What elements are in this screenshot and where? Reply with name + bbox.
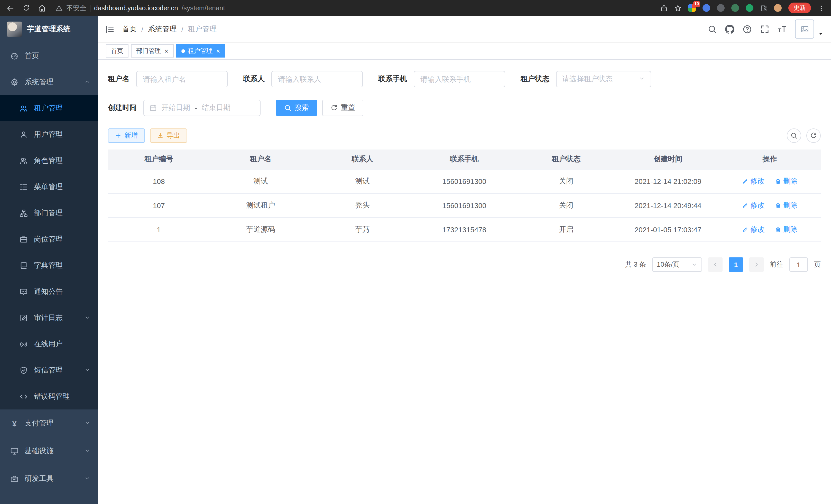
tenant-name-input[interactable] (136, 71, 228, 87)
delete-link[interactable]: 删除 (775, 177, 798, 186)
search-button[interactable]: 搜索 (276, 100, 317, 116)
filter-label: 联系手机 (378, 75, 407, 84)
edit-icon (742, 202, 748, 209)
sidebar-item-label: 支付管理 (25, 419, 53, 428)
toggle-search-button[interactable] (787, 128, 801, 143)
user-avatar[interactable] (795, 20, 814, 38)
chevron-down-icon (84, 366, 90, 374)
cell-created: 2021-12-14 20:49:44 (617, 194, 719, 217)
page-size-label: 10条/页 (657, 260, 679, 269)
back-icon[interactable] (6, 4, 15, 12)
extension-icon-docs[interactable] (746, 4, 753, 12)
briefcase-icon (19, 235, 28, 243)
reset-button-label: 重置 (341, 103, 355, 113)
sidebar-item-notice[interactable]: 通知公告 (0, 278, 98, 305)
close-icon[interactable]: × (165, 48, 168, 54)
edit-link[interactable]: 修改 (742, 225, 765, 234)
tenant-users-icon (19, 104, 28, 112)
breadcrumb-separator: / (181, 25, 183, 33)
status-select[interactable]: 请选择租户状态 (556, 71, 651, 87)
current-page-button[interactable]: 1 (729, 258, 743, 272)
tab-tenant[interactable]: 租户管理 × (176, 44, 225, 58)
select-placeholder: 请选择租户状态 (562, 75, 612, 84)
browser-right-controls: 10 更新 (660, 3, 825, 13)
breadcrumb-current: 租户管理 (188, 24, 217, 34)
cell-actions: 修改 删除 (719, 194, 821, 217)
goto-page-input[interactable] (790, 258, 808, 272)
add-button[interactable]: 新增 (108, 128, 145, 143)
breadcrumb-item[interactable]: 首页 (122, 24, 137, 34)
chevron-down-icon (84, 419, 90, 427)
share-icon[interactable] (660, 4, 667, 11)
sidebar-item-home[interactable]: 首页 (0, 42, 98, 69)
sidebar-item-label: 首页 (25, 51, 39, 60)
sidebar-item-label: 菜单管理 (34, 182, 63, 191)
search-icon (284, 104, 291, 112)
extensions-puzzle-icon[interactable] (760, 4, 767, 11)
sidebar-item-dept[interactable]: 部门管理 (0, 200, 98, 226)
sidebar-group-sms[interactable]: 短信管理 (0, 357, 98, 383)
extension-icon-colorful[interactable]: 10 (688, 4, 696, 12)
extension-icon-green[interactable] (731, 4, 739, 12)
extension-icon-blue[interactable] (703, 4, 710, 12)
sidebar-item-post[interactable]: 岗位管理 (0, 226, 98, 252)
date-range-picker[interactable]: 开始日期 - 结束日期 (143, 100, 261, 116)
sidebar-group-devtools[interactable]: 研发工具 (0, 465, 98, 493)
phone-input[interactable] (414, 71, 505, 87)
fullscreen-icon[interactable] (760, 24, 769, 34)
cell-status: 关闭 (515, 194, 617, 217)
contact-input[interactable] (271, 71, 363, 87)
sidebar-item-user[interactable]: 用户管理 (0, 121, 98, 147)
tab-label: 首页 (111, 47, 123, 55)
tab-dept[interactable]: 部门管理 × (131, 44, 173, 58)
reload-icon[interactable] (23, 4, 30, 11)
font-size-icon[interactable] (778, 24, 787, 34)
help-icon[interactable] (743, 24, 752, 34)
edit-link[interactable]: 修改 (742, 201, 765, 210)
sidebar-item-dict[interactable]: 字典管理 (0, 252, 98, 278)
sidebar-item-label: 通知公告 (34, 287, 63, 296)
sidebar-group-audit-log[interactable]: 审计日志 (0, 305, 98, 331)
github-icon[interactable] (725, 24, 735, 34)
bookmark-star-icon[interactable] (674, 4, 682, 11)
chevron-up-icon (84, 78, 90, 86)
reset-button[interactable]: 重置 (322, 100, 363, 116)
breadcrumb-item[interactable]: 系统管理 (148, 24, 177, 34)
sidebar-toggle-button[interactable] (105, 24, 115, 34)
sidebar-logo[interactable]: 芋道管理系统 (0, 16, 98, 42)
tab-home[interactable]: 首页 (106, 44, 128, 58)
filter-row-2: 创建时间 开始日期 - 结束日期 搜索 重置 (108, 100, 821, 116)
filter-label: 创建时间 (108, 103, 137, 113)
delete-link[interactable]: 删除 (775, 225, 798, 234)
sidebar-item-online-user[interactable]: 在线用户 (0, 331, 98, 357)
table-row: 1 芋道源码 芋艿 17321315478 开启 2021-01-05 17:0… (108, 217, 821, 242)
page-size-select[interactable]: 10条/页 (652, 258, 702, 272)
edit-link[interactable]: 修改 (742, 177, 765, 186)
extension-icon-globe[interactable] (717, 4, 725, 12)
sidebar-group-system[interactable]: 系统管理 (0, 69, 98, 95)
browser-home-icon[interactable] (38, 4, 46, 12)
sidebar-item-menu[interactable]: 菜单管理 (0, 174, 98, 200)
browser-menu-dots-icon[interactable] (818, 4, 825, 11)
cell-tenant-id: 1 (108, 217, 210, 242)
cell-created: 2021-01-05 17:03:47 (617, 217, 719, 242)
refresh-table-button[interactable] (806, 128, 821, 143)
sidebar-item-tenant[interactable]: 租户管理 (0, 95, 98, 121)
next-page-button[interactable] (749, 258, 764, 272)
export-button[interactable]: 导出 (150, 128, 187, 143)
sidebar-item-role[interactable]: 角色管理 (0, 147, 98, 174)
search-icon[interactable] (708, 24, 717, 34)
sidebar-item-label: 部门管理 (34, 208, 63, 217)
edit-icon (742, 178, 748, 184)
sidebar-group-payment[interactable]: ¥ 支付管理 (0, 410, 98, 437)
close-icon[interactable]: × (216, 48, 220, 54)
plus-icon (115, 132, 121, 139)
book-icon (19, 261, 28, 269)
sidebar-group-infra[interactable]: 基础设施 (0, 437, 98, 465)
prev-page-button[interactable] (708, 258, 722, 272)
delete-link[interactable]: 删除 (775, 201, 798, 210)
sidebar-item-error-code[interactable]: 错误码管理 (0, 383, 98, 410)
chrome-update-button[interactable]: 更新 (789, 3, 811, 13)
profile-avatar-icon[interactable] (774, 4, 782, 12)
url-bar[interactable]: 不安全 dashboard.yudao.iocoder.cn/system/te… (56, 3, 225, 12)
